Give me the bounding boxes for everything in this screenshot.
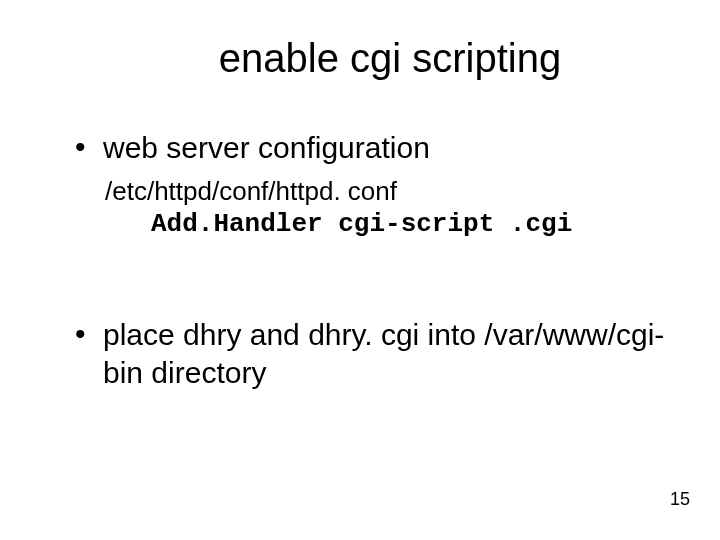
bullet-list: web server configuration [55,129,665,167]
bullet-item-place: place dhry and dhry. cgi into /var/www/c… [75,316,665,391]
config-path: /etc/httpd/conf/httpd. conf [105,175,665,209]
config-directive: Add.Handler cgi-script .cgi [151,208,665,242]
page-number: 15 [670,489,690,510]
slide-title: enable cgi scripting [115,36,665,81]
bullet-item-config: web server configuration [75,129,665,167]
spacer [55,242,665,316]
bullet-list-2: place dhry and dhry. cgi into /var/www/c… [55,316,665,391]
